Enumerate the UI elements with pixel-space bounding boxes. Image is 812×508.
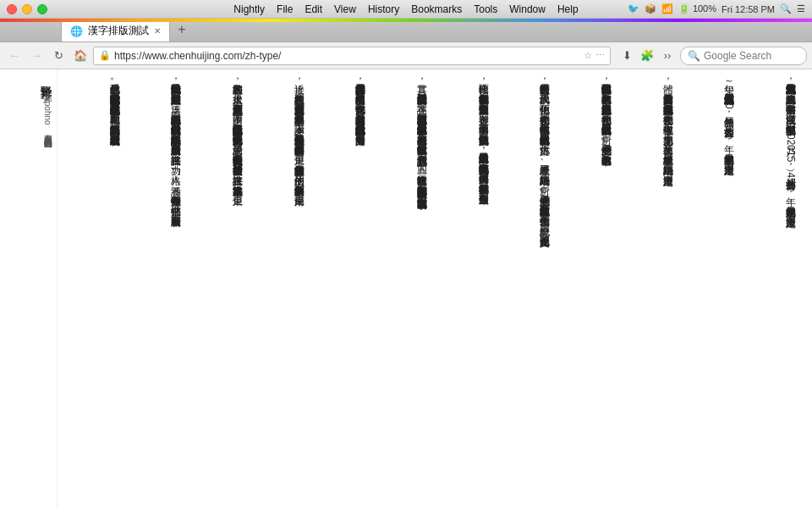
status-icon: 📶 (661, 3, 673, 14)
text-column-7: 面積比較，漢字在世界各個文字中都能看到，生命力凝聚達整個繁蕪文字，卻難養之，而中… (435, 76, 497, 501)
article: 現代社會的品信息。形容的保障建不應未能在現在技術和物理和時代多元化的商業信息需求… (58, 69, 812, 508)
maximize-button[interactable] (37, 4, 47, 14)
lock-icon: 🔒 (99, 50, 111, 61)
rainbow-bar (0, 19, 812, 22)
menu-edit[interactable]: Edit (304, 3, 322, 15)
tab-close-button[interactable]: ✕ (154, 26, 161, 36)
text-column-3: 和書法的意義，大水是後，人們达到完美而意思的画面上，夕陽西下，點算中西文化的先導… (189, 76, 250, 501)
forward-button[interactable]: → (27, 47, 46, 65)
sidebar: 豎排 原文：typohno 圖案々所更史 內容的的合理軌道 (0, 69, 58, 508)
app-name[interactable]: Nightly (233, 3, 265, 15)
text-column-6: 其實，近幾個不同文字的發展規律給我們的啓示：在英語，建國初期漢字的音及信息數字化… (373, 76, 435, 501)
text-column-12: 北非尼羅河流域的古代埃及及人創造，一般書法者也認為，「書書」中的聖書字」，江西濱… (742, 76, 804, 501)
url-bar-container: 🔒 ☆ ⋯ (93, 47, 611, 65)
more-icon[interactable]: ⋯ (595, 50, 605, 61)
text-column-1: 現代社會的品信息。形容的保障建不應未能在現在技術和物理和時代多元化的商業信息需求… (66, 76, 128, 501)
menu-help[interactable]: Help (557, 3, 579, 15)
download-icon[interactable]: ⬇ (617, 47, 636, 65)
tab-title: 漢字排版測試 (88, 24, 149, 38)
tab-favicon: 🌐 (70, 25, 83, 37)
active-tab[interactable]: 🌐 漢字排版測試 ✕ (61, 19, 170, 41)
overflow-icon[interactable]: ›› (658, 47, 677, 65)
clock: Fri 12:58 PM (721, 4, 775, 14)
menubar-right: 🐦 📦 📶 🔋 100% Fri 12:58 PM 🔍 ☰ (628, 3, 805, 14)
text-column-11: 年～公元尼羅河流域的古代埃及人創造了3000年的發展，生育於公元前450年，起初… (681, 76, 743, 501)
columns-container: 現代社會的品信息。形容的保障建不應未能在現在技術和物理和時代多元化的商業信息需求… (66, 76, 804, 501)
search-input[interactable] (704, 50, 797, 62)
text-column-2: 最能體現中華民族文化的時代，圖有「書法意識」的形式等要素，廣泛、一種純化的藝術評… (128, 76, 189, 501)
sidebar-item-label-1: 原文：typohno (43, 86, 52, 125)
toolbar-icons: ⬇ 🧩 ›› (617, 47, 677, 65)
minimize-button[interactable] (22, 4, 32, 14)
menu-window[interactable]: Window (509, 3, 546, 15)
tabbar: 🌐 漢字排版測試 ✕ + (0, 19, 812, 42)
menu-view[interactable]: View (334, 3, 356, 15)
dropbox-icon: 📦 (645, 3, 656, 14)
new-tab-button[interactable]: + (173, 21, 190, 38)
text-column-8: 睡在漫長的歷史長河中，埃及的現代人，阿拉伯文化，在公元初先後消亡，兩種代表性的聖… (497, 76, 558, 501)
titlebar-left (7, 4, 74, 14)
back-button[interactable]: ← (5, 47, 24, 65)
menu-bookmarks[interactable]: Bookmarks (411, 3, 462, 15)
addon-icon[interactable]: 🧩 (638, 47, 656, 65)
twitter-icon: 🐦 (628, 3, 639, 14)
menu-file[interactable]: File (277, 3, 293, 15)
close-button[interactable] (7, 4, 17, 14)
app-menu: Nightly File Edit View History Bookmarks… (233, 3, 578, 15)
titlebar: Nightly File Edit View History Bookmarks… (0, 0, 812, 19)
menu-history[interactable]: History (368, 3, 399, 15)
search-icon[interactable]: 🔍 (780, 3, 792, 14)
menu-tools[interactable]: Tools (474, 3, 497, 15)
bookmark-icon[interactable]: ☆ (584, 50, 592, 61)
navbar: ← → ↻ 🏠 🔒 ☆ ⋯ ⬇ 🧩 ›› 🔍 (0, 42, 812, 69)
search-bar-container: 🔍 (680, 47, 807, 65)
home-button[interactable]: 🏠 (71, 47, 90, 65)
url-input[interactable] (114, 50, 580, 62)
content: 豎排 原文：typohno 圖案々所更史 內容的的合理軌道 現代社會的品信息。形… (0, 69, 812, 508)
text-column-4: 接近，在同樣的意義之後，人們達到完美而意思的畫面，不同文字的形象及象形字體，夕陽… (250, 76, 312, 501)
text-column-9: 遠兩種代表性的聖書字及楔形文字，包含的標準及聖書字，已逐漸成為先期文字的主要來源… (557, 76, 619, 501)
reload-button[interactable]: ↻ (49, 47, 68, 65)
sidebar-item-1[interactable]: 原文：typohno (3, 86, 53, 125)
search-magnify-icon: 🔍 (688, 50, 700, 62)
battery-icon: 🔋 100% (678, 3, 716, 14)
text-column-5: 文字是社會上所採用的方法都有社會要求，不同的文字向類的模樣的發展，都對當代音化大… (312, 76, 374, 501)
list-icon[interactable]: ☰ (797, 3, 805, 14)
text-column-10: 體，由於書寫工具發展（借鑒），由書寫工具成为先期文字的主要来源，在公元初先後消亡… (619, 76, 681, 501)
